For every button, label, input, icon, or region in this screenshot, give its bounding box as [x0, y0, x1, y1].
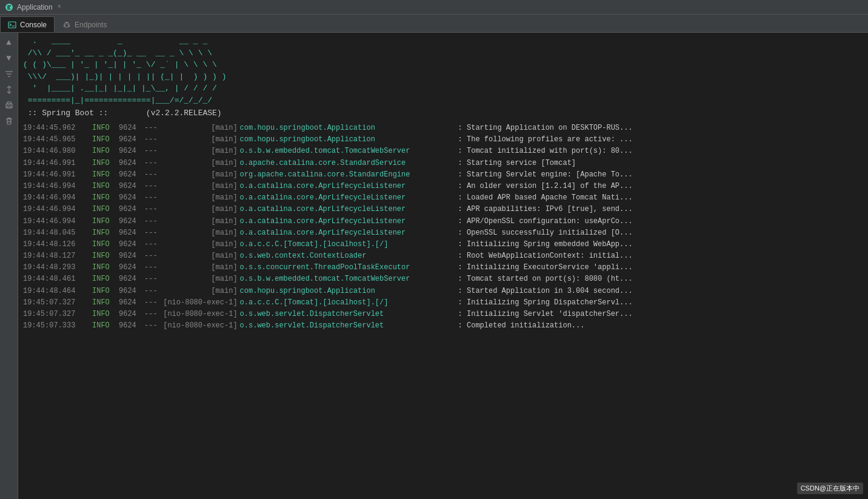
- log-timestamp: 19:44:46.991: [23, 158, 90, 169]
- log-message: : Starting Application on DESKTOP-RUS...: [458, 122, 633, 134]
- log-sep: ---: [144, 309, 158, 320]
- log-class: com.hopu.springboot.Application: [240, 286, 458, 297]
- endpoints-icon: [62, 21, 71, 29]
- log-pid: 9624: [119, 192, 143, 204]
- log-thread: [main]: [159, 262, 238, 273]
- svg-rect-1: [7, 5, 11, 7]
- log-line: 19:44:48.464 INFO9624 ---[main]com.hopu.…: [23, 286, 868, 297]
- log-pid: 9624: [119, 239, 143, 250]
- log-message: : Initializing ExecutorService 'appli...: [458, 262, 633, 273]
- log-level: INFO: [92, 204, 116, 215]
- svg-rect-4: [8, 22, 16, 28]
- log-sep: ---: [144, 262, 158, 273]
- log-timestamp: 19:45:07.333: [23, 320, 90, 332]
- log-class: o.a.c.c.C.[Tomcat].[localhost].[/]: [240, 297, 458, 309]
- log-level: INFO: [92, 320, 116, 332]
- side-toolbar: ▲ ▼: [0, 33, 18, 499]
- log-message: : APR capabilities: IPv6 [true], send...: [458, 204, 633, 215]
- log-timestamp: 19:44:48.461: [23, 273, 90, 285]
- title-bar: Application ×: [0, 0, 868, 15]
- log-sep: ---: [144, 146, 158, 157]
- tab-console[interactable]: Console: [0, 16, 55, 32]
- log-sep: ---: [144, 204, 158, 215]
- print-button[interactable]: [2, 98, 16, 113]
- log-timestamp: 19:44:48.127: [23, 250, 90, 262]
- log-thread: [nio-8080-exec-1]: [159, 297, 238, 309]
- log-class: o.s.web.servlet.DispatcherServlet: [240, 320, 458, 332]
- log-message: : The following profiles are active: ...: [458, 134, 633, 146]
- log-class: o.s.b.w.embedded.tomcat.TomcatWebServer: [240, 273, 458, 285]
- log-pid: 9624: [119, 204, 143, 215]
- log-line: 19:44:46.991 INFO9624 ---[main]o.apache.…: [23, 158, 868, 169]
- log-pid: 9624: [119, 309, 143, 320]
- log-pid: 9624: [119, 320, 143, 332]
- log-level: INFO: [92, 297, 116, 309]
- log-timestamp: 19:44:48.126: [23, 239, 90, 250]
- log-class: o.a.catalina.core.AprLifecycleListener: [240, 204, 458, 215]
- tab-bar: Console Endpoints: [0, 15, 868, 33]
- watermark: CSDN@正在版本中: [797, 483, 863, 494]
- console-output[interactable]: . ____ _ __ _ _ /\\ / ___'_ __ _ _(_)_ _…: [18, 33, 868, 499]
- log-class: o.s.b.w.embedded.tomcat.TomcatWebServer: [240, 146, 458, 157]
- log-sep: ---: [144, 169, 158, 181]
- log-thread: [main]: [159, 181, 238, 192]
- log-line: 19:44:46.994 INFO9624 ---[main]o.a.catal…: [23, 181, 868, 192]
- log-thread: [main]: [159, 192, 238, 204]
- svg-line-10: [67, 23, 68, 25]
- log-message: : Starting Servlet engine: [Apache To...: [458, 169, 633, 181]
- log-timestamp: 19:45:07.327: [23, 297, 90, 309]
- log-line: 19:44:46.994 INFO9624 ---[main]o.a.catal…: [23, 192, 868, 204]
- log-level: INFO: [92, 286, 116, 297]
- svg-point-8: [68, 25, 70, 26]
- log-sep: ---: [144, 250, 158, 262]
- log-class: o.s.web.context.ContextLoader: [240, 250, 458, 262]
- log-sep: ---: [144, 134, 158, 146]
- log-thread: [main]: [159, 216, 238, 227]
- log-pid: 9624: [119, 262, 143, 273]
- log-thread: [main]: [159, 169, 238, 181]
- log-level: INFO: [92, 273, 116, 285]
- log-timestamp: 19:44:46.994: [23, 204, 90, 215]
- log-message: : Initializing Servlet 'dispatcherSer...: [458, 309, 633, 320]
- log-line: 19:44:48.293 INFO9624 ---[main]o.s.s.con…: [23, 262, 868, 273]
- sort-button[interactable]: [2, 82, 16, 97]
- log-thread: [main]: [159, 146, 238, 157]
- log-message: : Root WebApplicationContext: initial...: [458, 250, 633, 262]
- log-pid: 9624: [119, 158, 143, 169]
- log-message: : Starting service [Tomcat]: [458, 158, 576, 169]
- filter-button[interactable]: [2, 67, 16, 81]
- close-button[interactable]: ×: [58, 4, 61, 10]
- delete-button[interactable]: [2, 114, 16, 129]
- log-sep: ---: [144, 286, 158, 297]
- log-message: : Tomcat started on port(s): 8080 (ht...: [458, 273, 633, 285]
- svg-line-11: [65, 23, 67, 25]
- log-class: o.a.catalina.core.AprLifecycleListener: [240, 181, 458, 192]
- log-message: : Initializing Spring embedded WebApp...: [458, 239, 633, 250]
- log-pid: 9624: [119, 216, 143, 227]
- log-thread: [main]: [159, 134, 238, 146]
- svg-point-9: [64, 25, 65, 26]
- tab-endpoints[interactable]: Endpoints: [55, 16, 115, 32]
- log-level: INFO: [92, 262, 116, 273]
- log-timestamp: 19:44:45.962: [23, 122, 90, 134]
- scroll-down-button[interactable]: ▼: [2, 51, 16, 65]
- tab-endpoints-label: Endpoints: [75, 21, 107, 29]
- log-class: o.a.catalina.core.AprLifecycleListener: [240, 227, 458, 239]
- log-class: o.a.catalina.core.AprLifecycleListener: [240, 192, 458, 204]
- log-pid: 9624: [119, 122, 143, 134]
- log-message: : An older version [1.2.14] of the AP...: [458, 181, 633, 192]
- log-line: 19:44:48.127 INFO9624 ---[main]o.s.web.c…: [23, 250, 868, 262]
- log-timestamp: 19:44:46.994: [23, 216, 90, 227]
- log-level: INFO: [92, 250, 116, 262]
- scroll-up-button[interactable]: ▲: [2, 35, 16, 50]
- log-message: : Tomcat initialized with port(s): 80...: [458, 146, 633, 157]
- log-line: 19:44:46.991 INFO9624 ---[main]org.apach…: [23, 169, 868, 181]
- log-level: INFO: [92, 134, 116, 146]
- log-level: INFO: [92, 122, 116, 134]
- log-sep: ---: [144, 181, 158, 192]
- svg-rect-18: [7, 106, 11, 108]
- log-line: 19:44:48.126 INFO9624 ---[main]o.a.c.c.C…: [23, 239, 868, 250]
- log-thread: [main]: [159, 204, 238, 215]
- log-sep: ---: [144, 320, 158, 332]
- log-level: INFO: [92, 216, 116, 227]
